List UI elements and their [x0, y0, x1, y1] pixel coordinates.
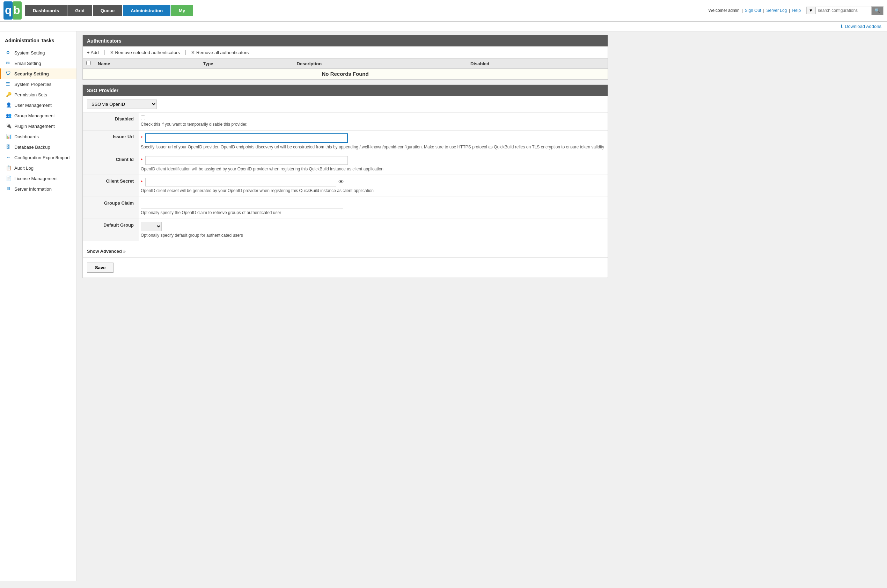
form-row-client-secret: Client Secret * 👁 OpenID client secret w… [83, 175, 608, 196]
email-icon: ✉ [6, 60, 12, 66]
sidebar-item-label: System Properties [14, 82, 51, 87]
sidebar-item-database-backup[interactable]: 🗄 Database Backup [0, 142, 77, 152]
sidebar-item-server-information[interactable]: 🖥 Server Information [0, 184, 77, 194]
disabled-checkbox-row [141, 116, 604, 120]
disabled-help: Check this if you want to temporarily di… [141, 122, 604, 128]
issuer-url-required: * [141, 135, 143, 141]
content-area: Authenticators + Add | ✕ Remove selected… [77, 32, 614, 581]
sso-provider-section: SSO Provider SSO via OpenID Disabled Che… [83, 84, 608, 278]
separator2: | [763, 8, 764, 13]
sidebar-item-configuration-export-import[interactable]: ↔ Configuration Export/Import [0, 152, 77, 163]
sidebar-item-system-properties[interactable]: ☰ System Properties [0, 79, 77, 89]
remove-all-button[interactable]: ✕ Remove all authenticators [191, 50, 249, 55]
audit-icon: 📋 [6, 165, 12, 171]
shield-icon: 🛡 [6, 71, 12, 76]
database-icon: 🗄 [6, 144, 12, 150]
sidebar-item-audit-log[interactable]: 📋 Audit Log [0, 163, 77, 173]
authenticators-section: Authenticators + Add | ✕ Remove selected… [83, 35, 608, 80]
authenticators-toolbar: + Add | ✕ Remove selected authenticators… [83, 46, 608, 58]
sidebar-item-plugin-management[interactable]: 🔌 Plugin Management [0, 121, 77, 131]
client-secret-input-row: * 👁 [141, 178, 345, 186]
sidebar-item-permission-sets[interactable]: 🔑 Permission Sets [0, 89, 77, 100]
search-input[interactable] [815, 7, 871, 14]
select-all-checkbox[interactable] [86, 61, 91, 65]
show-advanced-row: Show Advanced » [83, 245, 608, 257]
client-id-input[interactable] [145, 156, 348, 165]
col-name: Name [94, 58, 200, 69]
tab-dashboards[interactable]: Dashboards [25, 5, 67, 16]
search-dropdown-button[interactable]: ▼ [806, 7, 815, 14]
sidebar-item-label: Permission Sets [14, 92, 47, 98]
issuer-url-label: Issuer Url [83, 130, 139, 153]
users-icon: 👥 [6, 113, 12, 118]
form-row-default-group: Default Group Optionally specify default… [83, 219, 608, 241]
groups-claim-label: Groups Claim [83, 197, 139, 219]
user-icon: 👤 [6, 102, 12, 108]
groups-claim-input[interactable] [141, 200, 343, 208]
authenticators-table: Name Type Description Disabled No Record… [83, 58, 608, 79]
tab-grid[interactable]: Grid [68, 5, 92, 16]
gear-icon: ⚙ [6, 50, 12, 56]
authenticators-header: Authenticators [83, 35, 608, 46]
key-icon: 🔑 [6, 92, 12, 98]
col-disabled: Disabled [467, 58, 608, 69]
sidebar-item-group-management[interactable]: 👥 Group Management [0, 110, 77, 121]
toggle-secret-visibility-button[interactable]: 👁 [338, 178, 345, 186]
dashboard-icon: 📊 [6, 134, 12, 140]
groups-claim-content: Optionally specify the OpenID claim to r… [139, 197, 608, 219]
client-secret-input[interactable] [145, 178, 336, 186]
save-button[interactable]: Save [87, 262, 114, 273]
sidebar-item-user-management[interactable]: 👤 User Management [0, 100, 77, 110]
separator1: | [742, 8, 743, 13]
sso-provider-select[interactable]: SSO via OpenID [87, 99, 157, 109]
help-link[interactable]: Help [792, 8, 801, 13]
tab-queue[interactable]: Queue [93, 5, 122, 16]
show-advanced-link[interactable]: Show Advanced » [87, 249, 126, 254]
default-group-select[interactable] [141, 222, 162, 231]
search-button[interactable]: 🔍 [871, 6, 884, 15]
list-icon: ☰ [6, 81, 12, 87]
sidebar: Administration Tasks ⚙ System Setting ✉ … [0, 32, 77, 581]
issuer-url-content: * Specify issuer url of your OpenID prov… [139, 130, 608, 153]
sso-form: Disabled Check this if you want to tempo… [83, 112, 608, 245]
issuer-url-input[interactable] [145, 134, 348, 143]
download-addons-link[interactable]: ⬇ Download Addons [840, 24, 881, 29]
groups-claim-help: Optionally specify the OpenID claim to r… [141, 210, 604, 216]
server-log-link[interactable]: Server Log [767, 8, 787, 13]
client-secret-label: Client Secret [83, 175, 139, 196]
tab-my[interactable]: My [171, 5, 193, 16]
client-id-label: Client Id [83, 153, 139, 175]
export-icon: ↔ [6, 154, 12, 160]
form-row-client-id: Client Id * OpenID client identification… [83, 153, 608, 175]
topbar: q b Dashboards Grid Queue Administration… [0, 0, 887, 22]
sidebar-item-email-setting[interactable]: ✉ Email Setting [0, 58, 77, 68]
sidebar-item-security-setting[interactable]: 🛡 Security Setting [0, 68, 77, 79]
disabled-checkbox[interactable] [141, 116, 145, 120]
sso-header: SSO Provider [83, 85, 608, 96]
svg-text:q: q [5, 4, 12, 16]
client-id-required: * [141, 158, 143, 163]
no-records-message: No Records Found [83, 69, 608, 79]
sidebar-item-license-management[interactable]: 📄 License Management [0, 173, 77, 184]
save-row: Save [83, 257, 608, 278]
default-group-content: Optionally specify default group for aut… [139, 219, 608, 241]
add-authenticator-button[interactable]: + Add [87, 50, 99, 55]
top-right-bar: Welcome! admin | Sign Out | Server Log |… [708, 6, 884, 15]
remove-selected-button[interactable]: ✕ Remove selected authenticators [110, 50, 180, 55]
form-row-groups-claim: Groups Claim Optionally specify the Open… [83, 196, 608, 219]
default-group-label: Default Group [83, 219, 139, 241]
tab-administration[interactable]: Administration [123, 5, 170, 16]
sidebar-item-label: Email Setting [14, 61, 41, 66]
sidebar-item-label: User Management [14, 103, 52, 108]
sidebar-item-label: Plugin Management [14, 124, 55, 129]
sidebar-item-label: Configuration Export/Import [14, 155, 70, 160]
sidebar-item-system-setting[interactable]: ⚙ System Setting [0, 48, 77, 58]
download-bar: ⬇ Download Addons [0, 22, 887, 32]
sidebar-title: Administration Tasks [0, 35, 77, 48]
client-id-content: * OpenID client identification will be a… [139, 153, 608, 175]
app-logo: q b [3, 2, 22, 20]
server-icon: 🖥 [6, 186, 12, 192]
separator3: | [789, 8, 790, 13]
sign-out-link[interactable]: Sign Out [745, 8, 761, 13]
sidebar-item-dashboards[interactable]: 📊 Dashboards [0, 131, 77, 142]
